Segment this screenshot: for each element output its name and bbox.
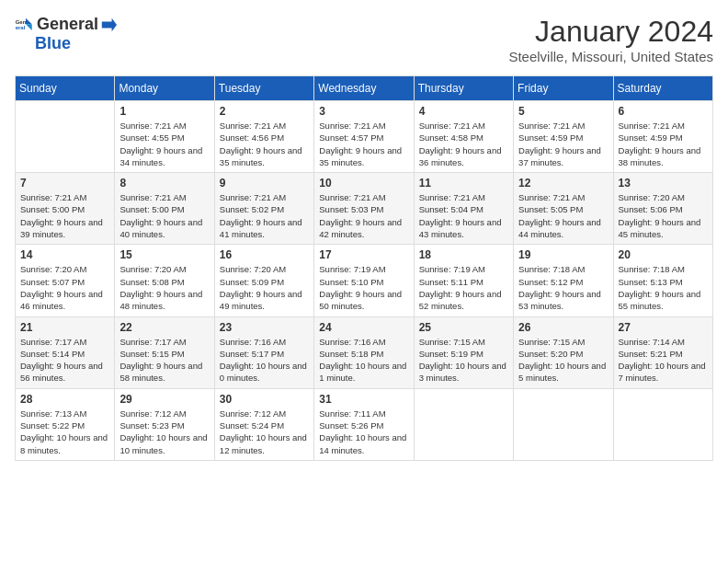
calendar-cell: 8Sunrise: 7:21 AMSunset: 5:00 PMDaylight… [115,173,214,245]
day-info: Sunrise: 7:18 AMSunset: 5:12 PMDaylight:… [518,263,608,312]
calendar-cell: 10Sunrise: 7:21 AMSunset: 5:03 PMDayligh… [314,173,414,245]
day-number: 9 [220,177,309,190]
day-info: Sunrise: 7:15 AMSunset: 5:20 PMDaylight:… [518,336,608,385]
day-number: 8 [119,177,209,190]
day-number: 26 [518,321,608,334]
calendar-cell: 17Sunrise: 7:19 AMSunset: 5:10 PMDayligh… [314,245,414,316]
day-info: Sunrise: 7:12 AMSunset: 5:23 PMDaylight:… [119,408,209,456]
calendar-week-row: 7Sunrise: 7:21 AMSunset: 5:00 PMDaylight… [16,173,713,245]
day-number: 31 [319,393,408,406]
day-number: 14 [20,248,109,261]
calendar-cell: 22Sunrise: 7:17 AMSunset: 5:15 PMDayligh… [115,316,214,388]
day-info: Sunrise: 7:21 AMSunset: 4:58 PMDaylight:… [419,120,508,168]
day-number: 27 [619,321,708,334]
calendar-cell: 1Sunrise: 7:21 AMSunset: 4:55 PMDaylight… [115,101,214,173]
day-number: 4 [419,105,508,118]
calendar-week-row: 1Sunrise: 7:21 AMSunset: 4:55 PMDaylight… [16,101,713,173]
calendar-cell: 7Sunrise: 7:21 AMSunset: 5:00 PMDaylight… [16,173,115,245]
day-number: 7 [20,177,109,190]
calendar-cell: 15Sunrise: 7:20 AMSunset: 5:08 PMDayligh… [115,245,214,316]
day-info: Sunrise: 7:21 AMSunset: 4:59 PMDaylight:… [619,120,708,168]
calendar-cell: 28Sunrise: 7:13 AMSunset: 5:22 PMDayligh… [16,388,115,460]
header-saturday: Saturday [613,76,712,101]
day-number: 24 [319,321,408,334]
calendar-cell: 26Sunrise: 7:15 AMSunset: 5:20 PMDayligh… [514,316,613,388]
calendar-cell: 29Sunrise: 7:12 AMSunset: 5:23 PMDayligh… [115,388,214,460]
day-number: 1 [119,105,209,118]
calendar-cell: 23Sunrise: 7:16 AMSunset: 5:17 PMDayligh… [214,316,313,388]
calendar-week-row: 28Sunrise: 7:13 AMSunset: 5:22 PMDayligh… [16,388,713,460]
day-number: 25 [419,321,508,334]
calendar-cell: 14Sunrise: 7:20 AMSunset: 5:07 PMDayligh… [16,245,115,316]
day-info: Sunrise: 7:16 AMSunset: 5:18 PMDaylight:… [319,336,408,385]
day-info: Sunrise: 7:21 AMSunset: 5:00 PMDaylight:… [20,191,109,240]
logo-icon: Gen eral [15,16,33,34]
calendar-cell [414,388,513,460]
header-wednesday: Wednesday [314,76,414,101]
day-info: Sunrise: 7:19 AMSunset: 5:10 PMDaylight:… [319,263,408,312]
calendar-cell: 11Sunrise: 7:21 AMSunset: 5:04 PMDayligh… [414,173,513,245]
calendar-cell: 2Sunrise: 7:21 AMSunset: 4:56 PMDaylight… [214,101,313,173]
day-info: Sunrise: 7:21 AMSunset: 4:57 PMDaylight:… [319,120,408,168]
day-info: Sunrise: 7:20 AMSunset: 5:09 PMDaylight:… [220,263,309,312]
calendar-cell: 4Sunrise: 7:21 AMSunset: 4:58 PMDaylight… [414,101,513,173]
day-info: Sunrise: 7:20 AMSunset: 5:06 PMDaylight:… [619,191,708,240]
day-number: 22 [119,321,209,334]
day-info: Sunrise: 7:16 AMSunset: 5:17 PMDaylight:… [220,336,309,385]
calendar-header-row: Sunday Monday Tuesday Wednesday Thursday… [16,76,713,101]
day-info: Sunrise: 7:21 AMSunset: 5:00 PMDaylight:… [119,191,209,240]
day-number: 15 [119,248,209,261]
svg-text:eral: eral [16,25,26,30]
day-number: 16 [220,248,309,261]
day-info: Sunrise: 7:21 AMSunset: 4:56 PMDaylight:… [220,120,309,168]
calendar-cell: 31Sunrise: 7:11 AMSunset: 5:26 PMDayligh… [314,388,414,460]
calendar-cell: 30Sunrise: 7:12 AMSunset: 5:24 PMDayligh… [214,388,313,460]
logo-text-blue: Blue [35,34,71,52]
day-info: Sunrise: 7:15 AMSunset: 5:19 PMDaylight:… [419,336,508,385]
day-info: Sunrise: 7:17 AMSunset: 5:15 PMDaylight:… [119,336,209,385]
day-info: Sunrise: 7:13 AMSunset: 5:22 PMDaylight:… [20,408,109,456]
logo-arrow [100,17,117,33]
day-number: 30 [220,393,309,406]
header-sunday: Sunday [16,76,115,101]
calendar-cell: 24Sunrise: 7:16 AMSunset: 5:18 PMDayligh… [314,316,414,388]
day-info: Sunrise: 7:21 AMSunset: 5:04 PMDaylight:… [419,191,508,240]
calendar-cell [514,388,613,460]
day-number: 11 [419,177,508,190]
day-info: Sunrise: 7:11 AMSunset: 5:26 PMDaylight:… [319,408,408,456]
header: Gen eral General Blue January 2024 Steel… [15,15,713,64]
day-number: 23 [220,321,309,334]
day-info: Sunrise: 7:21 AMSunset: 4:59 PMDaylight:… [518,120,608,168]
day-number: 12 [518,177,608,190]
svg-marker-6 [102,17,117,30]
calendar-title: January 2024 [508,15,713,49]
day-number: 2 [220,105,309,118]
calendar-cell: 3Sunrise: 7:21 AMSunset: 4:57 PMDaylight… [314,101,414,173]
day-number: 20 [619,248,708,261]
svg-text:Gen: Gen [16,18,27,24]
calendar-cell: 27Sunrise: 7:14 AMSunset: 5:21 PMDayligh… [613,316,712,388]
day-info: Sunrise: 7:21 AMSunset: 4:55 PMDaylight:… [119,120,209,168]
calendar-cell [613,388,712,460]
day-number: 17 [319,248,408,261]
calendar-week-row: 21Sunrise: 7:17 AMSunset: 5:14 PMDayligh… [16,316,713,388]
calendar-cell: 25Sunrise: 7:15 AMSunset: 5:19 PMDayligh… [414,316,513,388]
header-tuesday: Tuesday [214,76,313,101]
day-number: 6 [619,105,708,118]
calendar-subtitle: Steelville, Missouri, United States [508,49,713,64]
calendar-week-row: 14Sunrise: 7:20 AMSunset: 5:07 PMDayligh… [16,245,713,316]
calendar-cell: 18Sunrise: 7:19 AMSunset: 5:11 PMDayligh… [414,245,513,316]
logo-text-general: General [37,15,98,34]
calendar-cell: 16Sunrise: 7:20 AMSunset: 5:09 PMDayligh… [214,245,313,316]
day-number: 10 [319,177,408,190]
calendar-cell: 6Sunrise: 7:21 AMSunset: 4:59 PMDaylight… [613,101,712,173]
svg-rect-3 [15,16,25,33]
day-number: 21 [20,321,109,334]
day-number: 13 [619,177,708,190]
day-info: Sunrise: 7:20 AMSunset: 5:07 PMDaylight:… [20,263,109,312]
calendar-cell: 19Sunrise: 7:18 AMSunset: 5:12 PMDayligh… [514,245,613,316]
day-number: 19 [518,248,608,261]
header-thursday: Thursday [414,76,513,101]
header-monday: Monday [115,76,214,101]
day-info: Sunrise: 7:19 AMSunset: 5:11 PMDaylight:… [419,263,508,312]
